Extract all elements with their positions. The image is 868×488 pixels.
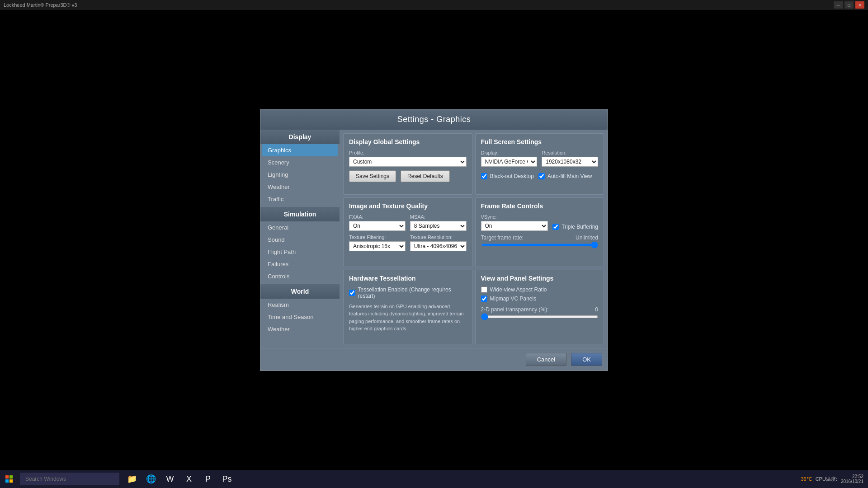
- restore-button[interactable]: □: [844, 1, 854, 9]
- fxaa-label: FXAA:: [349, 214, 406, 220]
- ok-button[interactable]: OK: [571, 353, 602, 366]
- svg-rect-0: [5, 475, 9, 479]
- date: 2016/10/21: [841, 479, 863, 484]
- transparency-value: 0: [595, 306, 598, 313]
- sidebar-item-sound[interactable]: Sound: [260, 234, 340, 246]
- time: 22:52: [852, 474, 863, 479]
- panel-view-panel-title: View and Panel Settings: [481, 275, 599, 282]
- sidebar-item-weather-world[interactable]: Weather: [260, 323, 340, 335]
- blackout-label: Black-out Desktop: [490, 173, 534, 179]
- texture-filtering-label: Texture Filtering:: [349, 235, 406, 240]
- sidebar-section-display: Display: [260, 130, 340, 144]
- sidebar-item-failures[interactable]: Failures: [260, 258, 340, 270]
- settings-dialog: Settings - Graphics Display Graphics Sce…: [260, 109, 608, 371]
- panel-frame-rate-title: Frame Rate Controls: [481, 202, 599, 210]
- profile-select[interactable]: Custom Low Medium High Ultra: [349, 157, 467, 167]
- frame-rate-slider[interactable]: [481, 244, 599, 246]
- title-bar: Lockheed Martin® Prepar3D® v3 ─ □ ✕: [0, 0, 868, 10]
- triple-buffering-label: Triple Buffering: [561, 224, 598, 230]
- sidebar-item-traffic[interactable]: Traffic: [260, 193, 340, 205]
- profile-col: Profile: Custom Low Medium High Ultra: [349, 150, 467, 167]
- blackout-checkbox[interactable]: [481, 173, 487, 179]
- display-select[interactable]: NVIDIA GeForce GTX 1: [481, 157, 538, 167]
- excel-icon[interactable]: X: [180, 470, 198, 488]
- sidebar-item-general[interactable]: General: [260, 221, 340, 234]
- word-icon[interactable]: W: [161, 470, 179, 488]
- tessellation-enabled-checkbox[interactable]: [349, 290, 355, 296]
- texture-resolution-col: Texture Resolution: Ultra - 4096x4096 Hi…: [410, 235, 467, 251]
- triple-buffering-checkbox[interactable]: [552, 224, 559, 230]
- profile-label: Profile:: [349, 150, 467, 155]
- msaa-select[interactable]: Off 2 Samples 4 Samples 8 Samples: [410, 221, 467, 231]
- display-label: Display:: [481, 150, 538, 155]
- start-button[interactable]: [0, 470, 18, 488]
- taskbar-right: 36℃ CPU温度: 22:52 2016/10/21: [796, 470, 868, 488]
- time-date: 22:52 2016/10/21: [841, 474, 863, 484]
- tessellation-enabled-row: Tessellation Enabled (Change requires re…: [349, 286, 467, 299]
- svg-rect-2: [5, 479, 9, 483]
- minimize-button[interactable]: ─: [834, 1, 843, 9]
- save-settings-button[interactable]: Save Settings: [349, 170, 396, 182]
- sidebar-item-controls[interactable]: Controls: [260, 270, 340, 282]
- panel-display-global: Display Global Settings Profile: Custom …: [343, 133, 472, 195]
- sidebar-item-scenery[interactable]: Scenery: [260, 156, 340, 169]
- dialog-title: Settings - Graphics: [260, 109, 608, 130]
- edge-icon[interactable]: 🌐: [142, 470, 160, 488]
- mipmap-checkbox[interactable]: [481, 296, 487, 302]
- transparency-label: 2-D panel transparency (%):: [481, 306, 549, 313]
- texture-filtering-select[interactable]: Anisotropic 16x Anisotropic 8x Trilinear…: [349, 241, 406, 251]
- panel-frame-rate: Frame Rate Controls VSync: On Off Triple…: [475, 197, 604, 267]
- reset-defaults-button[interactable]: Reset Defaults: [401, 170, 450, 182]
- file-explorer-icon[interactable]: 📁: [123, 470, 141, 488]
- target-rate-value: Unlimited: [576, 235, 598, 241]
- cpu-label: CPU温度:: [816, 476, 837, 483]
- display-col: Display: NVIDIA GeForce GTX 1: [481, 150, 538, 167]
- panel-tessellation-title: Hardware Tessellation: [349, 275, 467, 282]
- sidebar-item-time-and-season[interactable]: Time and Season: [260, 311, 340, 323]
- autofill-checkbox[interactable]: [538, 173, 545, 179]
- target-rate-label: Target frame rate:: [481, 235, 524, 241]
- panel-view-panel: View and Panel Settings Wide-view Aspect…: [475, 270, 604, 344]
- sidebar-section-world: World: [260, 284, 340, 299]
- vsync-select[interactable]: On Off: [481, 221, 548, 231]
- fxaa-col: FXAA: On Off: [349, 214, 406, 231]
- sidebar-item-weather-display[interactable]: Weather: [260, 181, 340, 193]
- cancel-button[interactable]: Cancel: [526, 353, 566, 366]
- filtering-resolution-row: Texture Filtering: Anisotropic 16x Aniso…: [349, 235, 467, 251]
- panel-full-screen-title: Full Screen Settings: [481, 138, 599, 145]
- main-content: Display Global Settings Profile: Custom …: [340, 130, 608, 348]
- vsync-row: VSync: On Off Triple Buffering: [481, 214, 599, 231]
- fxaa-msaa-row: FXAA: On Off MSAA: Off 2 Samples 4: [349, 214, 467, 231]
- panel-full-screen: Full Screen Settings Display: NVIDIA GeF…: [475, 133, 604, 195]
- svg-rect-3: [9, 479, 13, 483]
- sidebar-item-flight-path[interactable]: Flight Path: [260, 246, 340, 258]
- wide-view-label: Wide-view Aspect Ratio: [490, 286, 547, 293]
- resolution-select[interactable]: 1920x1080x32 1280x720x32 2560x1440x32: [542, 157, 598, 167]
- tessellation-description: Generates terrain on GPU enabling advanc…: [349, 303, 467, 333]
- ps-icon[interactable]: Ps: [218, 470, 236, 488]
- taskbar-icons: 📁 🌐 W X P Ps: [123, 470, 236, 488]
- texture-filtering-col: Texture Filtering: Anisotropic 16x Aniso…: [349, 235, 406, 251]
- mipmap-label: Mipmap VC Panels: [490, 296, 537, 302]
- autofill-label: Auto-fill Main View: [547, 173, 592, 179]
- dialog-body: Display Graphics Scenery Lighting Weathe…: [260, 130, 608, 348]
- panel-tessellation: Hardware Tessellation Tessellation Enabl…: [343, 270, 472, 344]
- wide-view-checkbox[interactable]: [481, 286, 487, 293]
- transparency-slider[interactable]: [481, 315, 599, 318]
- close-button[interactable]: ✕: [855, 1, 864, 9]
- texture-resolution-label: Texture Resolution:: [410, 235, 467, 240]
- texture-resolution-select[interactable]: Ultra - 4096x4096 High - 2048x2048 Mediu…: [410, 241, 467, 251]
- sidebar-item-lighting[interactable]: Lighting: [260, 169, 340, 181]
- powerpoint-icon[interactable]: P: [199, 470, 217, 488]
- transparency-label-row: 2-D panel transparency (%): 0: [481, 306, 599, 313]
- fxaa-select[interactable]: On Off: [349, 221, 406, 231]
- sidebar-item-realism[interactable]: Realism: [260, 299, 340, 311]
- search-input[interactable]: [20, 473, 119, 485]
- dialog-overlay: Settings - Graphics Display Graphics Sce…: [0, 10, 868, 470]
- app-title: Lockheed Martin® Prepar3D® v3: [4, 2, 834, 8]
- sidebar-item-graphics[interactable]: Graphics: [262, 144, 338, 156]
- sidebar: Display Graphics Scenery Lighting Weathe…: [260, 130, 340, 348]
- vsync-label: VSync:: [481, 214, 548, 220]
- resolution-label: Resolution:: [542, 150, 598, 155]
- panel-image-texture-title: Image and Texture Quality: [349, 202, 467, 210]
